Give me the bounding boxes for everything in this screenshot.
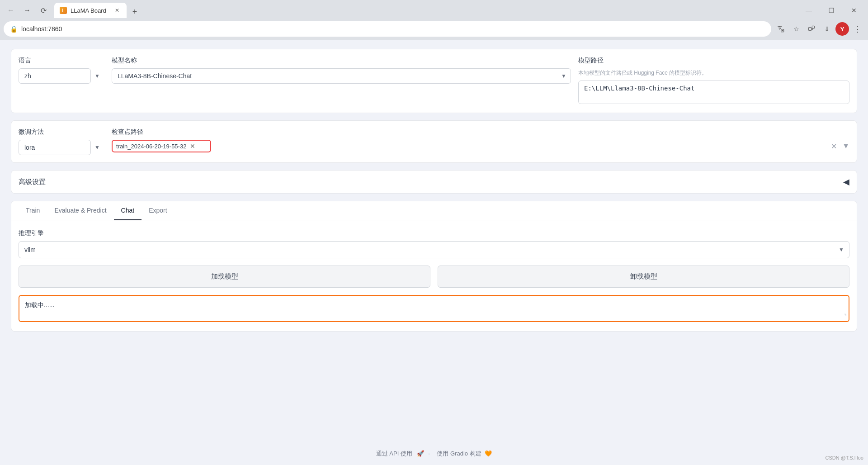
url-input[interactable] [21,25,765,33]
new-tab-button[interactable]: + [128,5,141,18]
chat-tab-content: 推理引擎 vllm huggingface ▼ 加载模型 卸载模型 加载中...… [11,220,857,331]
reload-button[interactable]: ⟳ [36,3,51,18]
page-content: 语言 zh en ▼ 模型名称 LLaMA3-8B-Chinese-Chat ▼ [0,40,868,465]
lock-icon: 🔒 [10,25,18,33]
model-path-input[interactable]: E:\LLM\Llama3-8B-Chinese-Chat [578,81,849,104]
model-path-label: 模型路径 [578,57,849,65]
model-name-label: 模型名称 [112,57,571,65]
checkpoint-tag-container: train_2024-06-20-19-55-32 ✕ [112,140,211,152]
tab-evaluate[interactable]: Evaluate & Predict [47,201,113,220]
translate-icon[interactable] [774,22,788,36]
advanced-label: 高级设置 [19,178,46,186]
model-action-buttons: 加载模型 卸载模型 [19,266,849,288]
checkpoint-group: 检查点路径 train_2024-06-20-19-55-32 ✕ ✕ ▼ [112,128,849,152]
download-icon[interactable]: ⇓ [820,22,834,36]
engine-select[interactable]: vllm huggingface [19,241,849,258]
finetune-group: 微调方法 lora full ▼ [19,128,104,155]
language-label: 语言 [19,57,104,65]
unload-model-button[interactable]: 卸载模型 [438,266,849,288]
tabs-section: Train Evaluate & Predict Chat Export 推理引… [11,201,857,332]
tab-title: LLaMA Board [71,7,106,14]
advanced-settings[interactable]: 高级设置 ◀ [11,170,857,194]
model-path-sublabel: 本地模型的文件路径或 Hugging Face 的模型标识符。 [578,69,849,77]
language-select-arrow: ▼ [94,73,100,79]
top-section: 语言 zh en ▼ 模型名称 LLaMA3-8B-Chinese-Chat ▼ [11,49,857,113]
footer: 通过 API 使用 🚀 · 使用 Gradio 构建 🧡 [0,442,868,465]
tab-chat[interactable]: Chat [114,201,142,220]
finetune-section: 微调方法 lora full ▼ 检查点路径 train_2024-06-20-… [11,120,857,163]
model-name-group: 模型名称 LLaMA3-8B-Chinese-Chat ▼ [112,57,571,84]
tab-train[interactable]: Train [19,201,47,220]
language-group: 语言 zh en ▼ [19,57,104,84]
address-bar[interactable]: 🔒 [4,21,771,37]
load-model-button[interactable]: 加载模型 [19,266,430,288]
maximize-button[interactable]: ❐ [821,3,842,18]
minimize-button[interactable]: — [798,3,819,18]
collapse-arrow-icon: ◀ [843,177,849,187]
language-select[interactable]: zh en [19,68,91,84]
active-tab[interactable]: L LLaMA Board ✕ [54,3,127,18]
finetune-select-arrow: ▼ [94,144,100,151]
csdn-badge: CSDN @T.S.Hoo [825,455,863,460]
loading-status-area: 加载中...... ⌝ [19,295,849,322]
footer-api-text: 通过 API 使用 [376,450,412,457]
finetune-label: 微调方法 [19,128,104,136]
resize-handle[interactable]: ⌝ [844,313,847,319]
footer-separator: · [428,450,430,457]
checkpoint-tag-text: train_2024-06-20-19-55-32 [116,143,186,150]
tab-navigation: Train Evaluate & Predict Chat Export [11,201,857,220]
checkpoint-remove-button[interactable]: ✕ [189,142,196,150]
checkpoint-label: 检查点路径 [112,128,849,136]
svg-rect-2 [812,26,814,28]
footer-gradio-text: 使用 Gradio 构建 [437,450,481,457]
engine-section: 推理引擎 vllm huggingface ▼ [19,229,849,258]
tab-close-button[interactable]: ✕ [113,6,121,14]
loading-text: 加载中...... [25,301,843,309]
menu-icon[interactable]: ⋮ [851,22,864,36]
checkpoint-dropdown-arrow[interactable]: ▼ [842,142,849,150]
close-button[interactable]: ✕ [844,3,864,18]
tab-export[interactable]: Export [142,201,174,220]
forward-button[interactable]: → [20,3,34,18]
checkpoint-clear-button[interactable]: ✕ [829,140,839,152]
engine-label: 推理引擎 [19,229,849,237]
back-button[interactable]: ← [4,3,18,18]
extensions-icon[interactable] [805,22,818,36]
model-path-group: 模型路径 本地模型的文件路径或 Hugging Face 的模型标识符。 E:\… [578,57,849,105]
model-name-select[interactable]: LLaMA3-8B-Chinese-Chat [112,68,571,84]
tab-favicon: L [60,7,67,14]
profile-button[interactable]: Y [835,22,849,36]
bookmark-icon[interactable]: ☆ [789,22,803,36]
finetune-select[interactable]: lora full [19,140,91,155]
svg-rect-1 [808,28,811,31]
